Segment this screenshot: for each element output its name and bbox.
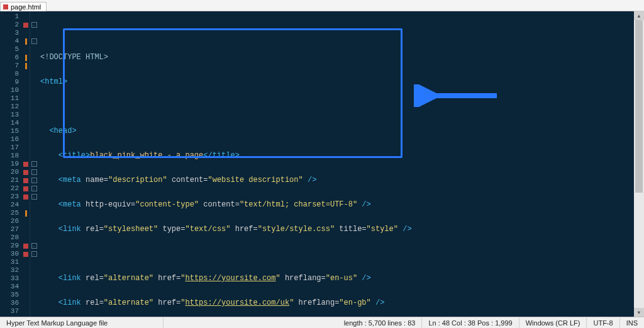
close-tab-icon[interactable] <box>3 4 8 9</box>
editor-area[interactable]: 1234567891011121314151617181920212223242… <box>0 11 644 317</box>
tab-bar: page.html <box>0 0 644 11</box>
file-tab[interactable]: page.html <box>0 2 47 11</box>
line-numbers: 1234567891011121314151617181920212223242… <box>0 11 21 317</box>
doctype: <!DOCTYPE HTML> <box>40 53 108 62</box>
scroll-track[interactable] <box>634 20 644 308</box>
status-insert-mode: INS <box>620 317 644 328</box>
scroll-down-icon[interactable]: ▼ <box>634 308 644 317</box>
status-file-type: Hyper Text Markup Language file <box>0 317 164 328</box>
tab-label: page.html <box>11 3 41 11</box>
status-bar: Hyper Text Markup Language file length :… <box>0 317 644 328</box>
scroll-up-icon[interactable]: ▲ <box>634 11 644 20</box>
code-content[interactable]: <!DOCTYPE HTML> <html> <head> <title>bla… <box>38 11 644 317</box>
highlight-box <box>63 28 402 158</box>
change-markers <box>21 11 30 317</box>
gutter: 1234567891011121314151617181920212223242… <box>0 11 38 317</box>
fold-column: ---------- <box>30 11 38 317</box>
status-encoding: UTF-8 <box>587 317 619 328</box>
scroll-thumb[interactable] <box>635 20 643 193</box>
status-length: length : 5,700 lines : 83 <box>338 317 423 328</box>
status-position: Ln : 48 Col : 38 Pos : 1,999 <box>422 317 519 328</box>
vertical-scrollbar[interactable]: ▲ ▼ <box>634 11 644 317</box>
status-eol: Windows (CR LF) <box>519 317 587 328</box>
